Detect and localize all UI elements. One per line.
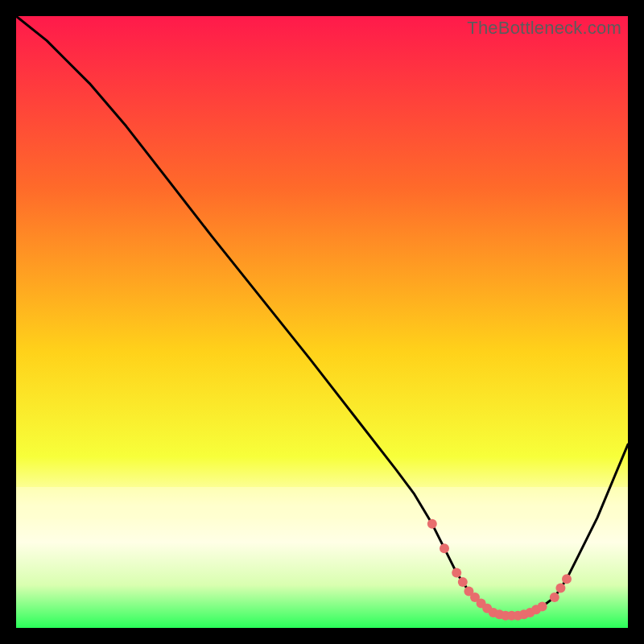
svg-point-2 [452,568,461,578]
chart-frame: TheBottleneck.com [16,16,628,628]
svg-point-19 [562,574,572,584]
bottleneck-curve-chart [16,16,628,628]
svg-point-17 [550,592,559,602]
pale-band [16,487,628,519]
svg-point-18 [555,584,565,593]
svg-point-1 [440,543,449,553]
svg-point-16 [538,601,547,611]
svg-point-3 [458,577,468,587]
svg-point-0 [427,519,437,529]
watermark-text: TheBottleneck.com [467,18,621,39]
gradient-background [16,16,628,628]
